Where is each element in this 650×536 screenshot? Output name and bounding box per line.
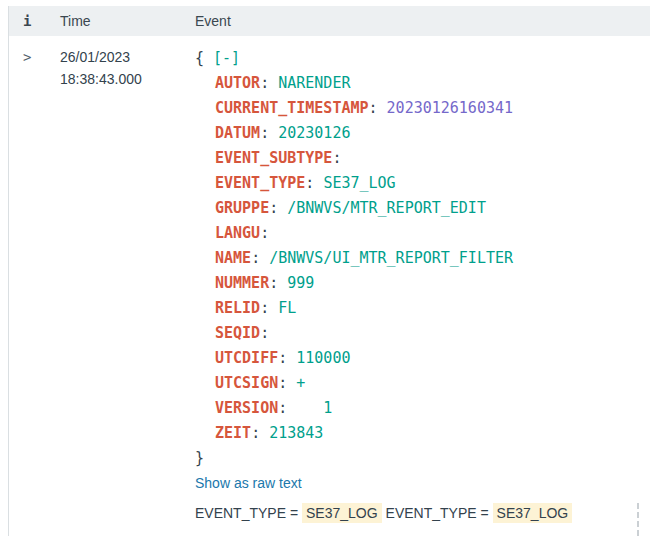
- json-field-row: UTCSIGN: +: [195, 371, 650, 396]
- json-field-row: EVENT_TYPE: SE37_LOG: [195, 171, 650, 196]
- field-value-pair: EVENT_TYPE = SE37_LOG: [386, 505, 573, 521]
- json-colon: :: [369, 99, 387, 117]
- json-open-brace: {: [195, 49, 204, 67]
- json-colon: :: [278, 374, 296, 392]
- json-colon: :: [260, 324, 278, 342]
- fv-value-highlight[interactable]: SE37_LOG: [302, 503, 382, 523]
- fv-operator: =: [290, 505, 298, 521]
- info-column-header: i: [9, 13, 60, 29]
- events-table: i Time Event > 26/01/2023 18:38:43.000 {…: [8, 6, 650, 536]
- json-value[interactable]: 20230126: [278, 124, 350, 142]
- json-colon: :: [269, 274, 287, 292]
- json-key: EVENT_SUBTYPE: [215, 149, 332, 167]
- fv-value-highlight[interactable]: SE37_LOG: [493, 503, 573, 523]
- json-key: ZEIT: [215, 424, 251, 442]
- json-field-row: AUTOR: NARENDER: [195, 71, 650, 96]
- event-timestamp: 26/01/2023 18:38:43.000: [60, 46, 195, 521]
- json-field-row: NAME: /BNWVS/UI_MTR_REPORT_FILTER: [195, 246, 650, 271]
- json-field-row: GRUPPE: /BNWVS/MTR_REPORT_EDIT: [195, 196, 650, 221]
- json-field-list: AUTOR: NARENDERCURRENT_TIMESTAMP: 202301…: [195, 71, 650, 446]
- json-colon: :: [278, 349, 296, 367]
- json-colon: :: [332, 149, 350, 167]
- events-table-header: i Time Event: [9, 6, 650, 36]
- json-key: GRUPPE: [215, 199, 269, 217]
- json-colon: :: [260, 74, 278, 92]
- json-collapse-toggle[interactable]: [-]: [213, 49, 240, 67]
- json-colon: :: [260, 224, 278, 242]
- json-field-row: SEQID:: [195, 321, 650, 346]
- json-colon: :: [251, 424, 269, 442]
- resize-drag-handle[interactable]: [637, 503, 639, 536]
- json-field-row: RELID: FL: [195, 296, 650, 321]
- json-close-line: }: [195, 446, 650, 471]
- json-field-row: DATUM: 20230126: [195, 121, 650, 146]
- json-value[interactable]: /BNWVS/UI_MTR_REPORT_FILTER: [269, 249, 513, 267]
- json-open-line: { [-]: [195, 46, 650, 71]
- event-row: > 26/01/2023 18:38:43.000 { [-] AUTOR: N…: [9, 36, 650, 521]
- field-value-line: EVENT_TYPE = SE37_LOGEVENT_TYPE = SE37_L…: [195, 505, 650, 521]
- fv-field: EVENT_TYPE: [195, 505, 286, 521]
- event-json: { [-] AUTOR: NARENDERCURRENT_TIMESTAMP: …: [195, 46, 650, 471]
- json-colon: :: [305, 174, 323, 192]
- json-close-brace: }: [195, 449, 204, 467]
- json-field-row: EVENT_SUBTYPE:: [195, 146, 650, 171]
- json-key: UTCDIFF: [215, 349, 278, 367]
- json-colon: :: [251, 249, 269, 267]
- json-colon: :: [260, 299, 278, 317]
- event-date: 26/01/2023: [60, 46, 195, 68]
- event-time: 18:38:43.000: [60, 68, 195, 90]
- json-value[interactable]: 20230126160341: [387, 99, 513, 117]
- field-value-pair: EVENT_TYPE = SE37_LOG: [195, 505, 382, 521]
- json-value[interactable]: 999: [287, 274, 314, 292]
- json-value[interactable]: /BNWVS/MTR_REPORT_EDIT: [287, 199, 486, 217]
- json-colon: :: [278, 399, 296, 417]
- json-key: RELID: [215, 299, 260, 317]
- json-field-row: LANGU:: [195, 221, 650, 246]
- info-icon: i: [23, 13, 31, 29]
- json-value[interactable]: NARENDER: [278, 74, 350, 92]
- json-key: LANGU: [215, 224, 260, 242]
- show-raw-text-link[interactable]: Show as raw text: [195, 475, 302, 492]
- fv-operator: =: [481, 505, 489, 521]
- json-colon: :: [269, 199, 287, 217]
- json-field-row: VERSION: 1: [195, 396, 650, 421]
- json-key: CURRENT_TIMESTAMP: [215, 99, 369, 117]
- json-value[interactable]: +: [296, 374, 305, 392]
- json-field-row: NUMMER: 999: [195, 271, 650, 296]
- json-key: NAME: [215, 249, 251, 267]
- json-key: SEQID: [215, 324, 260, 342]
- fv-field: EVENT_TYPE: [386, 505, 477, 521]
- json-value[interactable]: FL: [278, 299, 296, 317]
- json-value[interactable]: 213843: [269, 424, 323, 442]
- json-field-row: UTCDIFF: 110000: [195, 346, 650, 371]
- json-value[interactable]: 1: [296, 399, 332, 417]
- json-value[interactable]: 110000: [296, 349, 350, 367]
- time-column-header: Time: [60, 13, 195, 29]
- json-key: UTCSIGN: [215, 374, 278, 392]
- json-key: EVENT_TYPE: [215, 174, 305, 192]
- json-key: AUTOR: [215, 74, 260, 92]
- json-value[interactable]: SE37_LOG: [323, 174, 395, 192]
- json-colon: :: [260, 124, 278, 142]
- json-field-row: ZEIT: 213843: [195, 421, 650, 446]
- json-key: VERSION: [215, 399, 278, 417]
- json-field-row: CURRENT_TIMESTAMP: 20230126160341: [195, 96, 650, 121]
- expand-event-chevron-icon[interactable]: >: [23, 49, 31, 65]
- event-column-header: Event: [195, 13, 650, 29]
- json-key: NUMMER: [215, 274, 269, 292]
- json-key: DATUM: [215, 124, 260, 142]
